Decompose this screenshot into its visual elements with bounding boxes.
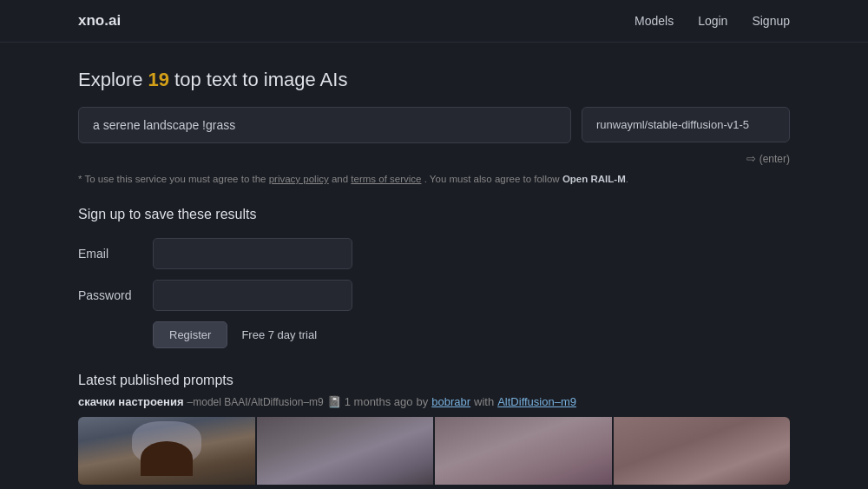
model-link[interactable]: AltDiffusion–m9 (497, 395, 576, 408)
email-input[interactable] (153, 238, 352, 269)
image-grid (78, 417, 790, 485)
nav-login[interactable]: Login (698, 14, 727, 28)
terms-period: . (626, 174, 628, 184)
prompt-name: скачки настроения (78, 395, 184, 408)
enter-icon: ⇨ (746, 152, 756, 165)
latest-title: Latest published prompts (78, 373, 790, 388)
image-wolf[interactable] (257, 417, 436, 485)
email-group: Email (78, 238, 790, 269)
terms-and: and (332, 174, 348, 184)
terms-middle: . You must also agree to follow (424, 174, 560, 184)
signup-title: Sign up to save these results (78, 207, 790, 222)
password-group: Password (78, 280, 790, 311)
nav-models[interactable]: Models (635, 14, 674, 28)
prompt-meta: скачки настроения –model BAAI/AltDiffusi… (78, 395, 790, 408)
title-suffix: top text to image AIs (174, 69, 347, 91)
image-woman1[interactable] (435, 417, 614, 485)
page-title: Explore 19 top text to image AIs (78, 69, 790, 91)
time-ago: 1 months ago (345, 395, 413, 408)
title-prefix: Explore (78, 69, 143, 91)
by-label: by (417, 395, 429, 408)
enter-hint: ⇨ (enter) (78, 152, 790, 165)
nav-signup[interactable]: Signup (752, 14, 790, 28)
privacy-policy-link[interactable]: privacy policy (269, 174, 329, 184)
header: xno.ai Models Login Signup (0, 0, 868, 43)
notebook-icon: 📓 (327, 395, 341, 408)
nav: Models Login Signup (635, 14, 790, 28)
password-label: Password (78, 288, 139, 302)
main-content: Explore 19 top text to image AIs runwaym… (0, 43, 868, 489)
author-link[interactable]: bobrabr (431, 395, 470, 408)
model-selector[interactable]: runwayml/stable-diffusion-v1-5 (582, 107, 790, 142)
top-row: runwayml/stable-diffusion-v1-5 (78, 107, 790, 143)
terms-text: * To use this service you must agree to … (78, 174, 266, 184)
title-number: 19 (148, 69, 169, 91)
terms-line: * To use this service you must agree to … (78, 174, 790, 184)
prompt-wrapper (78, 107, 571, 143)
register-button[interactable]: Register (153, 321, 227, 348)
latest-section: Latest published prompts скачки настроен… (78, 373, 790, 485)
prompt-model-flag: –model BAAI/AltDiffusion–m9 (187, 396, 324, 408)
enter-label: (enter) (760, 153, 790, 165)
logo[interactable]: xno.ai (78, 12, 121, 30)
image-woman2[interactable] (614, 417, 791, 485)
email-label: Email (78, 247, 139, 261)
free-trial-text: Free 7 day trial (241, 328, 317, 341)
register-row: Register Free 7 day trial (153, 321, 790, 348)
prompt-input[interactable] (78, 107, 571, 143)
terms-of-service-link[interactable]: terms of service (351, 174, 421, 184)
open-rail-label: Open RAIL-M (562, 174, 626, 184)
with-label: with (474, 395, 494, 408)
password-input[interactable] (153, 280, 352, 311)
image-horse[interactable] (78, 417, 257, 485)
